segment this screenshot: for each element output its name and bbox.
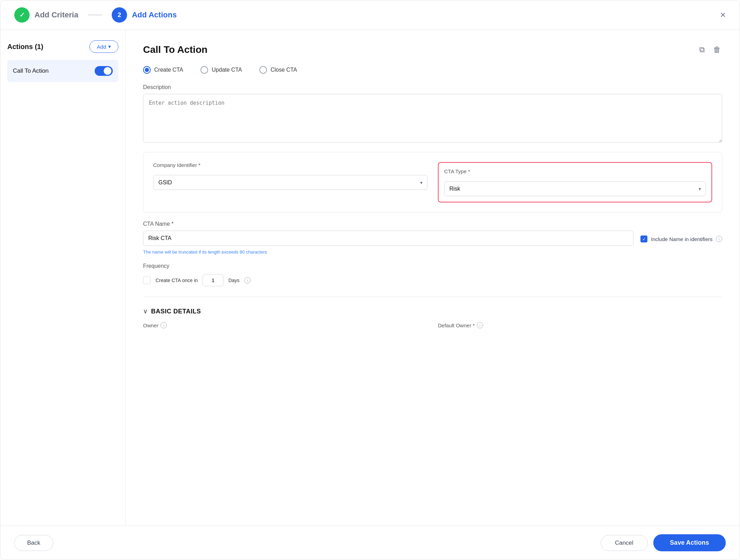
footer-right: Cancel Save Actions [601, 534, 726, 551]
cta-type-highlighted: CTA Type * Risk ▾ [438, 162, 712, 202]
owner-label: Owner i [143, 322, 427, 328]
basic-details-row: Owner i Default Owner * i [143, 322, 722, 328]
add-button-label: Add [97, 44, 106, 50]
cta-name-label: CTA Name * [143, 221, 722, 227]
cta-type-select-wrapper: Risk ▾ [444, 181, 706, 196]
step-1: ✓ Add Criteria [14, 7, 78, 23]
frequency-checkbox[interactable] [143, 277, 151, 284]
frequency-info-icon[interactable]: i [244, 277, 251, 283]
include-name-checkbox[interactable]: ✓ [640, 235, 647, 242]
chevron-down-icon: ▾ [108, 43, 111, 50]
step-line [88, 15, 102, 15]
step-2: 2 Add Actions [112, 7, 177, 23]
days-label: Days [228, 278, 239, 283]
radio-update-cta[interactable]: Update CTA [200, 66, 242, 74]
company-identifier-select[interactable]: GSID [153, 175, 427, 190]
step-2-label: Add Actions [132, 10, 177, 19]
step-2-circle: 2 [112, 7, 127, 23]
include-name-info-icon[interactable]: i [716, 236, 722, 242]
back-button[interactable]: Back [14, 535, 53, 551]
default-owner-info-icon[interactable]: i [477, 322, 483, 328]
copy-button[interactable]: ⧉ [698, 44, 706, 56]
company-identifier-label: Company Identifier * [153, 162, 427, 168]
check-icon: ✓ [642, 237, 646, 242]
content-actions: ⧉ 🗑 [698, 44, 722, 56]
main-body: Actions (1) Add ▾ Call To Action Call To… [0, 30, 740, 526]
add-button[interactable]: Add ▾ [89, 40, 118, 53]
include-name-label: Include Name in identifiers [651, 236, 713, 242]
default-owner-label-text: Default Owner * [438, 322, 475, 328]
sidebar-header: Actions (1) Add ▾ [7, 40, 118, 53]
radio-close-cta[interactable]: Close CTA [259, 66, 297, 74]
default-owner-field: Default Owner * i [438, 322, 722, 328]
frequency-days-input[interactable] [203, 274, 223, 286]
company-identifier-select-wrapper: GSID ▾ [153, 175, 427, 190]
delete-icon: 🗑 [713, 45, 721, 54]
radio-update-cta-label: Update CTA [212, 67, 242, 73]
basic-details-title: BASIC DETAILS [151, 308, 201, 315]
content-area: Call To Action ⧉ 🗑 Create CTA [126, 30, 740, 526]
frequency-label: Frequency [143, 263, 722, 269]
basic-details-header: ∨ BASIC DETAILS [143, 307, 722, 315]
basic-details-chevron[interactable]: ∨ [143, 307, 148, 315]
cta-name-input[interactable] [143, 231, 633, 246]
radio-update-cta-circle [200, 66, 208, 74]
cta-name-row: ✓ Include Name in identifiers i [143, 231, 722, 246]
identifier-grid: Company Identifier * GSID ▾ CTA Type * [143, 152, 722, 213]
owner-info-icon[interactable]: i [160, 322, 167, 328]
truncate-note: The name will be truncated if its length… [143, 249, 722, 255]
cancel-button[interactable]: Cancel [601, 535, 648, 551]
owner-field: Owner i [143, 322, 427, 328]
default-owner-label: Default Owner * i [438, 322, 722, 328]
radio-create-cta[interactable]: Create CTA [143, 66, 183, 74]
section-divider [143, 297, 722, 297]
identifier-row: Company Identifier * GSID ▾ CTA Type * [153, 162, 712, 202]
copy-icon: ⧉ [699, 45, 705, 54]
cta-type-select[interactable]: Risk [444, 181, 706, 196]
step-1-circle: ✓ [14, 7, 30, 23]
cta-type-label: CTA Type * [444, 168, 706, 174]
sidebar-item-call-to-action[interactable]: Call To Action [7, 60, 118, 82]
modal-container: ✓ Add Criteria 2 Add Actions × Actions (… [0, 0, 740, 560]
radio-close-cta-circle [259, 66, 267, 74]
step-separator [85, 15, 105, 15]
toggle-switch[interactable] [95, 66, 113, 76]
include-name-group: ✓ Include Name in identifiers i [640, 231, 722, 242]
content-title: Call To Action [143, 44, 207, 55]
sidebar: Actions (1) Add ▾ Call To Action [0, 30, 126, 526]
frequency-row: Create CTA once in Days i [143, 274, 722, 286]
owner-label-text: Owner [143, 322, 158, 328]
radio-close-cta-label: Close CTA [270, 67, 297, 73]
description-label: Description [143, 84, 722, 90]
company-identifier-field: Company Identifier * GSID ▾ [153, 162, 427, 202]
description-input[interactable] [143, 94, 722, 143]
modal-footer: Back Cancel Save Actions [0, 526, 740, 560]
radio-create-cta-label: Create CTA [154, 67, 183, 73]
step-1-label: Add Criteria [34, 10, 78, 19]
close-button[interactable]: × [720, 9, 726, 21]
wizard-header: ✓ Add Criteria 2 Add Actions × [0, 0, 740, 30]
save-actions-button[interactable]: Save Actions [653, 534, 726, 551]
create-cta-once-label: Create CTA once in [156, 278, 198, 283]
sidebar-item-label: Call To Action [13, 67, 49, 74]
cta-radio-group: Create CTA Update CTA Close CTA [143, 66, 722, 74]
content-header: Call To Action ⧉ 🗑 [143, 44, 722, 56]
sidebar-title: Actions (1) [7, 43, 43, 51]
delete-button[interactable]: 🗑 [712, 44, 722, 56]
cta-type-field: CTA Type * Risk ▾ [444, 168, 706, 196]
radio-create-cta-circle [143, 66, 151, 74]
